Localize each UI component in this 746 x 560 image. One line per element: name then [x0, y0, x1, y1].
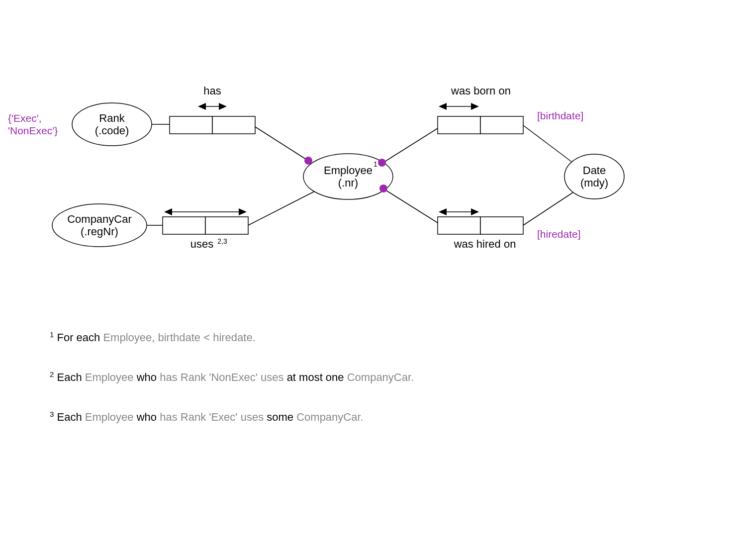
footnote-3-text3: who — [137, 411, 160, 423]
predicate-hired-role2 — [480, 217, 523, 234]
entity-companycar-label1: CompanyCar — [67, 213, 132, 225]
entity-employee-label2: (.nr) — [338, 177, 358, 189]
uniqueness-born-arrowhead-left — [439, 103, 447, 110]
footnote-1-sup: 1 — [50, 330, 54, 339]
footnote-1-text1: For each — [57, 331, 103, 344]
connector-uses-employee — [248, 191, 314, 225]
predicate-has-role1 — [170, 116, 212, 134]
footnote-3-text5: some — [267, 411, 296, 423]
entity-rank-label1: Rank — [99, 112, 125, 124]
role-name-hiredate: [hiredate] — [537, 228, 581, 240]
predicate-born-label: was born on — [451, 85, 511, 97]
uniqueness-hired-arrowhead-right — [471, 208, 479, 215]
footnote-2-text2: Employee — [85, 371, 134, 383]
role-name-birthdate: [birthdate] — [537, 110, 583, 121]
predicate-born-role2 — [480, 116, 523, 134]
orm-diagram: Rank (.code) CompanyCar (.regNr) Employe… — [0, 0, 746, 560]
mandatory-dot-born — [378, 159, 386, 167]
entity-employee-label1: Employee — [324, 164, 373, 177]
predicate-hired-role1 — [438, 217, 480, 234]
predicate-uses-label: uses — [190, 238, 213, 250]
footnote-3-text2: Employee — [85, 411, 134, 423]
value-constraint-line2: 'NonExec'} — [8, 125, 58, 136]
footnote-3-text1: Each — [57, 411, 85, 423]
footnote-2-sup: 2 — [50, 370, 54, 378]
uniqueness-uses-arrowhead-left — [164, 208, 172, 215]
connector-hired-date — [523, 192, 573, 225]
footnote-2-text3: who — [137, 371, 160, 383]
footnote-2: 2 Each Employee who has Rank 'NonExec' u… — [50, 370, 414, 384]
footnote-3-text4: has Rank 'Exec' uses — [160, 411, 264, 423]
predicate-uses-role2 — [205, 217, 248, 234]
footnote-2-text1: Each — [57, 371, 85, 383]
entity-employee-sup: 1 — [373, 160, 377, 168]
entity-rank-label2: (.code) — [95, 124, 129, 137]
mandatory-dot-hired — [379, 185, 387, 192]
entity-date-label2: (mdy) — [580, 177, 608, 189]
entity-companycar-label2: (.regNr) — [81, 225, 118, 238]
footnote-3: 3 Each Employee who has Rank 'Exec' uses… — [50, 410, 364, 424]
footnote-3-text6: CompanyCar. — [296, 411, 364, 423]
footnote-2-text5: at most one — [287, 371, 347, 383]
footnote-1: 1 For each Employee, birthdate < hiredat… — [50, 330, 256, 344]
predicate-has-role2 — [212, 116, 255, 134]
uniqueness-uses-arrowhead-right — [239, 208, 247, 215]
uniqueness-has-arrowhead-left — [198, 103, 206, 110]
entity-date-label1: Date — [583, 164, 606, 177]
footnote-3-sup: 3 — [50, 410, 54, 418]
predicate-has-label: has — [203, 85, 221, 97]
connector-employee-born — [384, 128, 438, 162]
connector-has-employee — [255, 127, 306, 159]
footnote-2-text6: CompanyCar. — [347, 371, 414, 383]
predicate-uses-role1 — [163, 217, 205, 234]
predicate-hired-label: was hired on — [454, 238, 516, 250]
uniqueness-has-arrowhead-right — [219, 103, 227, 110]
uniqueness-hired-arrowhead-left — [439, 208, 447, 215]
predicate-born-role1 — [438, 116, 480, 134]
footnote-2-text4: has Rank 'NonExec' uses — [160, 371, 283, 383]
connector-born-date — [523, 125, 571, 162]
connector-employee-hired — [385, 190, 438, 223]
mandatory-dot-has — [304, 157, 312, 165]
predicate-uses-sup: 2,3 — [217, 237, 227, 245]
value-constraint-line1: {'Exec', — [8, 112, 42, 124]
uniqueness-born-arrowhead-right — [471, 103, 479, 110]
footnote-1-text2: Employee, birthdate < hiredate. — [103, 331, 255, 344]
